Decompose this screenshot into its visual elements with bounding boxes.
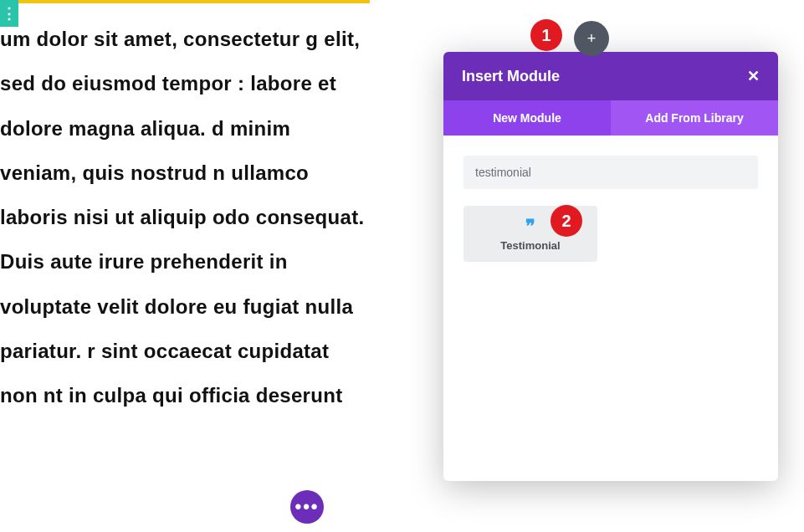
close-icon[interactable]: ✕: [747, 67, 760, 85]
annotation-badge-2: 2: [551, 205, 582, 237]
plus-icon: +: [574, 21, 609, 56]
modal-title: Insert Module: [462, 68, 560, 85]
modal-tabs: New Module Add From Library: [443, 100, 778, 136]
tab-add-from-library[interactable]: Add From Library: [611, 100, 778, 136]
section-drag-handle[interactable]: [0, 0, 18, 27]
builder-settings-fab[interactable]: •••: [290, 490, 324, 524]
module-search-input[interactable]: [463, 156, 758, 189]
add-module-trigger[interactable]: +: [574, 21, 609, 56]
modal-header: Insert Module ✕: [443, 52, 778, 100]
lorem-body-text: um dolor sit amet, consectetur g elit, s…: [0, 17, 368, 417]
insert-module-modal: Insert Module ✕ New Module Add From Libr…: [443, 52, 778, 481]
tab-new-module[interactable]: New Module: [443, 100, 611, 136]
module-item-label: Testimonial: [470, 239, 591, 252]
section-top-border: [18, 0, 370, 3]
modal-body: ❞ Testimonial: [443, 136, 778, 481]
annotation-badge-1: 1: [530, 19, 562, 51]
